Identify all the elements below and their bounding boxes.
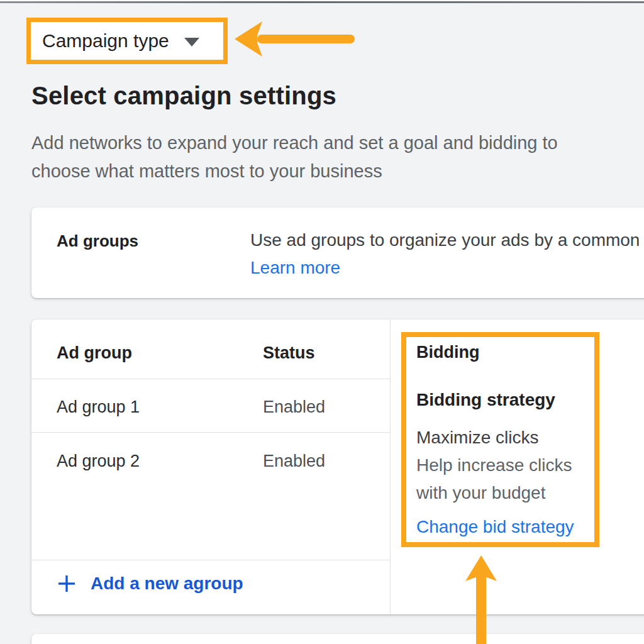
row-divider: [31, 432, 390, 433]
bidding-strategy-heading: Bidding strategy: [416, 390, 555, 410]
campaign-type-dropdown[interactable]: Campaign type: [26, 18, 228, 64]
ad-groups-card: Ad groups Use ad groups to organize your…: [31, 208, 644, 298]
bidding-panel: Bidding Bidding strategy Maximize clicks…: [401, 332, 599, 547]
page-subtitle-line2: choose what matters most to your busines…: [31, 161, 382, 182]
ad-group-name: Ad group 2: [57, 452, 140, 471]
page-title: Select campaign settings: [31, 82, 336, 110]
page-subtitle-line1: Add networks to expand your reach and se…: [31, 133, 558, 153]
add-ad-group-label: Add a new agroup: [91, 574, 243, 594]
window-top-border: [0, 1, 644, 3]
row-divider: [31, 560, 390, 560]
left-arrow-annotation-icon: [230, 18, 358, 60]
ad-group-status: Enabled: [263, 397, 325, 417]
next-section-card: [31, 634, 644, 644]
ad-group-name: Ad group 1: [57, 397, 140, 417]
header-divider: [31, 379, 390, 379]
table-panel-divider: [390, 319, 391, 614]
ad-groups-card-description: Use ad groups to organize your ads by a …: [250, 230, 640, 250]
add-ad-group-button[interactable]: Add a new agroup: [57, 574, 243, 594]
learn-more-link[interactable]: Learn more: [250, 258, 340, 278]
change-bid-strategy-link[interactable]: Change bid strategy: [416, 517, 574, 537]
ad-group-settings-card: Ad group Status Ad group 1 Enabled Ad gr…: [31, 319, 644, 614]
column-header-ad-group: Ad group: [57, 343, 132, 363]
bidding-strategy-value: Maximize clicks: [416, 428, 538, 448]
ad-groups-card-label: Ad groups: [57, 231, 138, 251]
column-header-status: Status: [263, 343, 315, 363]
plus-icon: [57, 574, 77, 594]
bidding-title: Bidding: [416, 343, 479, 362]
up-arrow-annotation-icon: [462, 553, 500, 644]
bidding-strategy-description-line1: Help increase clicks: [416, 455, 572, 475]
bidding-strategy-description-line2: with your budget: [416, 483, 545, 503]
chevron-down-icon: [184, 38, 199, 47]
ad-group-status: Enabled: [263, 452, 325, 471]
campaign-type-label: Campaign type: [42, 30, 169, 52]
